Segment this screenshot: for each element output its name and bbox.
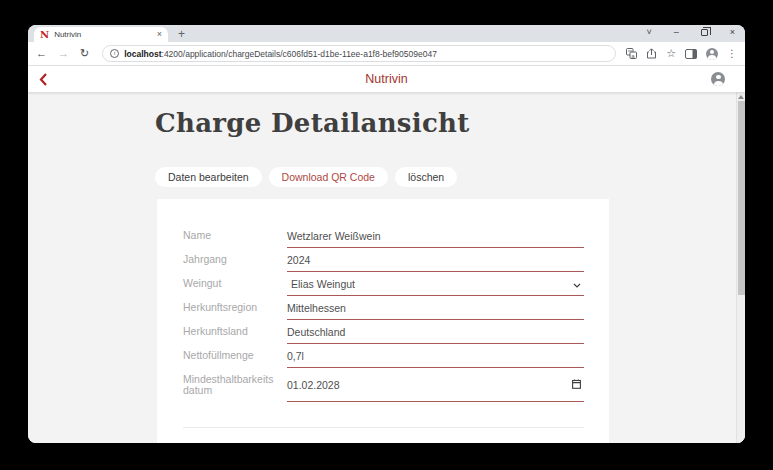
form-row: Nettofüllmenge 0,7l [183, 344, 584, 368]
share-icon[interactable] [646, 48, 657, 59]
site-info-icon[interactable]: i [110, 49, 119, 58]
card-divider [183, 427, 584, 428]
chevron-down-icon [573, 278, 581, 290]
download-qr-button[interactable]: Download QR Code [269, 167, 388, 187]
name-label: Name [183, 224, 287, 248]
restore-icon[interactable] [701, 29, 708, 36]
app-header: Nutrivin [28, 66, 745, 92]
url-path: :4200/application/chargeDetails/c606fd51… [162, 49, 437, 59]
window-controls: ˅ – × [646, 25, 735, 40]
delete-button[interactable]: löschen [395, 167, 457, 187]
herkunftsland-label: Herkunftsland [183, 320, 287, 344]
url-host: localhost [124, 49, 161, 59]
reload-icon[interactable]: ↻ [80, 48, 89, 59]
url-text: localhost:4200/application/chargeDetails… [124, 49, 437, 59]
form-row: Weingut Elias Weingut [183, 272, 584, 296]
translate-icon[interactable]: a [626, 48, 637, 59]
action-buttons: Daten bearbeiten Download QR Code lösche… [155, 167, 457, 187]
browser-window: N Nutrivin × + ˅ – × ← → ↻ i localhost:4… [28, 25, 745, 443]
nettofuellmenge-label: Nettofüllmenge [183, 344, 287, 368]
detail-card: Name Wetzlarer Weißwein Jahrgang 2024 We… [157, 199, 609, 443]
form-row: Herkunftsregion Mittelhessen [183, 296, 584, 320]
mhd-label: Mindesthaltbarkeitsdatum [183, 368, 287, 402]
browser-tab[interactable]: N Nutrivin × [34, 27, 168, 42]
mhd-date-input[interactable]: 01.02.2028 [287, 368, 584, 402]
side-panel-icon[interactable] [685, 49, 697, 59]
weingut-select[interactable]: Elias Weingut [287, 272, 584, 296]
form-row: Herkunftsland Deutschland [183, 320, 584, 344]
toolbar-icons: a ☆ ⋮ [626, 48, 737, 60]
form-row: Mindesthaltbarkeitsdatum 01.02.2028 [183, 368, 584, 402]
edit-data-button[interactable]: Daten bearbeiten [155, 167, 262, 187]
new-tab-button[interactable]: + [178, 28, 185, 40]
minimize-icon[interactable]: – [674, 28, 679, 37]
herkunftsregion-label: Herkunftsregion [183, 296, 287, 320]
nettofuellmenge-input[interactable]: 0,7l [287, 344, 584, 368]
jahrgang-input[interactable]: 2024 [287, 248, 584, 272]
app-title: Nutrivin [28, 72, 745, 86]
form-row: Name Wetzlarer Weißwein [183, 224, 584, 248]
calendar-icon[interactable] [572, 379, 581, 391]
back-icon[interactable]: ← [36, 48, 47, 59]
page-content: Charge Detailansicht Daten bearbeiten Do… [28, 92, 745, 443]
scroll-up-arrow-icon[interactable] [738, 95, 744, 99]
tab-close-icon[interactable]: × [157, 30, 162, 39]
close-icon[interactable]: × [730, 28, 735, 37]
jahrgang-label: Jahrgang [183, 248, 287, 272]
page-scrollbar[interactable] [736, 92, 745, 443]
charge-form: Name Wetzlarer Weißwein Jahrgang 2024 We… [157, 199, 609, 428]
weingut-label: Weingut [183, 272, 287, 296]
favicon-icon: N [40, 30, 49, 40]
tab-title: Nutrivin [54, 30, 152, 39]
name-input[interactable]: Wetzlarer Weißwein [287, 224, 584, 248]
address-bar[interactable]: i localhost:4200/application/chargeDetai… [102, 45, 616, 62]
browser-toolbar: ← → ↻ i localhost:4200/application/charg… [28, 42, 745, 66]
scrollbar-thumb[interactable] [738, 101, 745, 295]
tab-strip: N Nutrivin × + ˅ – × [28, 25, 745, 42]
forward-icon: → [58, 48, 69, 59]
herkunftsland-input[interactable]: Deutschland [287, 320, 584, 344]
menu-kebab-icon[interactable]: ⋮ [727, 49, 737, 59]
form-row: Jahrgang 2024 [183, 248, 584, 272]
herkunftsregion-input[interactable]: Mittelhessen [287, 296, 584, 320]
window-menu-icon[interactable]: ˅ [646, 28, 651, 37]
bookmark-star-icon[interactable]: ☆ [666, 48, 676, 59]
user-avatar-icon[interactable] [711, 72, 725, 86]
profile-avatar-icon[interactable] [706, 48, 718, 60]
page-title: Charge Detailansicht [155, 108, 470, 138]
